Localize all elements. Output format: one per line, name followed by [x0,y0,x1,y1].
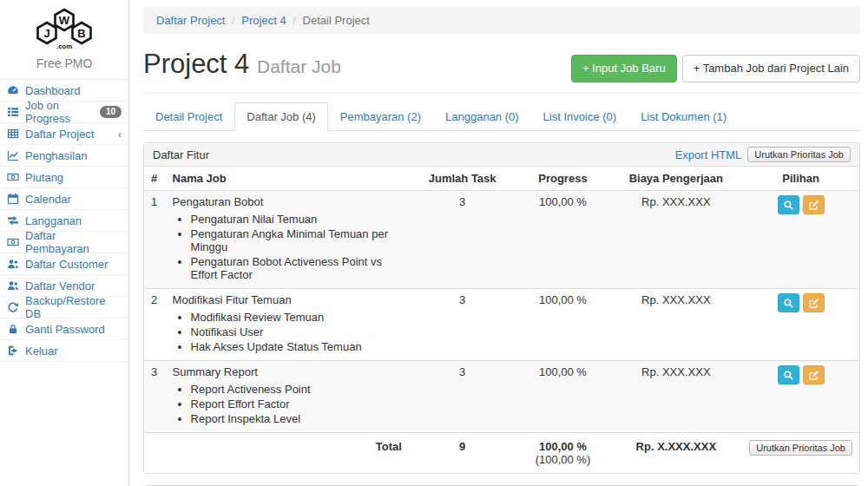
page-header: Project 4 Daftar Job + Input Job Baru + … [143,41,860,94]
pilihan-cell [742,361,859,433]
job-name: Summary Report [173,365,258,378]
sidebar-item-backup-restore-db[interactable]: Backup/Restore DB [0,297,128,319]
svg-text:W: W [59,14,70,27]
input-job-baru-button[interactable]: + Input Job Baru [571,55,677,82]
sidebar-item-ganti-password[interactable]: Ganti Password [0,319,128,340]
view-job-button[interactable] [778,195,799,214]
job-name: Modifikasi Fitur Temuan [173,293,292,306]
table-row: 2 Modifikasi Fitur Temuan Modifikasi Rev… [144,289,859,361]
tab-daftar-job[interactable]: Daftar Job (4) [234,102,327,131]
export-html-link[interactable]: Export HTML [675,148,742,161]
jumlah-task-cell: 3 [409,361,516,433]
sidebar-item-label: Backup/Restore DB [25,294,122,320]
search-icon [783,370,794,381]
breadcrumb-separator: / [293,14,296,27]
page-title: Project 4 [143,49,249,79]
main-content: Daftar Project / Project 4 / Detail Proj… [129,0,868,486]
dashboard-icon [6,84,19,96]
row-num: 1 [144,191,166,289]
app-logo[interactable]: W J B .com [0,0,128,55]
col-num: # [144,167,166,191]
pilihan-cell [742,191,859,289]
edit-icon [808,200,819,211]
total-progress: 100,00 % (100,00 %) [516,433,609,474]
col-nama-job: Nama Job [166,167,409,191]
table-row: 3 Summary Report Report Activeness Point… [144,361,859,433]
job-name-cell: Pengaturan Bobot Pengaturan Nilai Temuan… [166,191,409,289]
jwb-logo-icon: W J B .com [23,7,106,52]
sidebar-item-daftar-project[interactable]: Daftar Project ‹ [0,123,128,145]
total-options: Urutkan Prioritas Job [742,433,859,474]
sidebar-item-label: Calendar [25,193,71,206]
sidebar-item-penghasilan[interactable]: Penghasilan [0,145,128,167]
app-window: W J B .com Free PMO Dashboard Job on Pro… [0,0,868,486]
view-job-button[interactable] [778,293,799,312]
sidebar-item-label: Daftar Vendor [25,279,95,292]
job-subitem: Modifikasi Review Temuan [191,310,402,325]
sidebar-item-daftar-customer[interactable]: Daftar Customer [0,253,128,275]
job-subitem: Report Effort Factor [191,397,402,411]
calendar-icon [6,193,19,205]
sidebar-item-label: Daftar Project [25,128,94,141]
progress-cell: 100,00 % [516,289,609,361]
col-jumlah-task: Jumlah Task [409,167,516,191]
urutkan-prioritas-job-button[interactable]: Urutkan Prioritas Job [747,147,851,162]
tab-detail-project[interactable]: Detail Project [143,102,234,131]
lock-icon [6,323,19,335]
total-row: Total 9 100,00 % (100,00 %) Rp. X.XXX.XX… [144,433,859,474]
biaya-cell: Rp. XXX.XXX [609,289,742,361]
table-icon [6,128,19,140]
sidebar-item-label: Penghasilan [25,149,88,162]
total-progress-note: (100,00 %) [536,453,591,466]
total-progress-value: 100,00 % [539,440,587,453]
panel-title: Daftar Fitur [153,148,209,161]
search-icon [783,298,794,309]
job-name-cell: Modifikasi Fitur Temuan Modifikasi Revie… [166,289,409,361]
edit-job-button[interactable] [803,195,825,214]
sidebar-item-job-on-progress[interactable]: Job on Progress 10 [0,102,128,123]
edit-icon [808,370,819,381]
sidebar-item-piutang[interactable]: Piutang [0,167,128,188]
sidebar-item-daftar-pembayaran[interactable]: Daftar Pembayaran [0,232,128,253]
money-icon [6,171,19,183]
job-subitem: Pengaturan Angka Minimal Temuan per Ming… [191,227,402,254]
biaya-cell: Rp. XXX.XXX [609,191,742,289]
page-subtitle: Daftar Job [257,56,341,76]
job-name: Pengaturan Bobot [173,195,264,208]
tab-list-dokumen[interactable]: List Dokumen (1) [628,102,739,131]
biaya-cell: Rp. XXX.XXX [609,361,742,433]
breadcrumb: Daftar Project / Project 4 / Detail Proj… [143,7,860,34]
job-subitems: Report Activeness Point Report Effort Fa… [173,382,402,426]
col-pilihan: Pilihan [742,167,859,191]
tab-list-invoice[interactable]: List Invoice (0) [531,102,629,131]
view-job-button[interactable] [778,365,799,384]
money-icon [6,236,19,248]
jumlah-task-cell: 3 [409,289,516,361]
header-actions: + Input Job Baru + Tambah Job dari Proje… [571,55,860,82]
sidebar-item-label: Keluar [25,345,58,358]
tab-pembayaran[interactable]: Pembayaran (2) [328,102,433,131]
edit-job-button[interactable] [803,293,825,312]
svg-text:B: B [77,27,85,40]
job-subitem: Hak Akses Update Status Temuan [191,339,402,354]
total-label: Total [144,433,409,474]
sidebar-item-keluar[interactable]: Keluar [0,340,128,362]
sidebar-item-label: Daftar Customer [25,258,108,271]
sidebar-item-calendar[interactable]: Calendar [0,188,128,210]
users-icon [6,258,19,270]
search-icon [783,200,794,211]
line-chart-icon [6,149,19,161]
col-progress: Progress [516,167,609,191]
total-tasks: 9 [409,433,516,474]
edit-job-button[interactable] [803,365,825,384]
tasks-icon [6,106,19,118]
tab-langganan[interactable]: Langganan (0) [433,102,531,131]
sidebar-item-label: Dashboard [25,84,81,97]
tambah-job-dari-project-lain-button[interactable]: + Tambah Job dari Project Lain [682,55,860,82]
job-subitem: Pengaturan Nilai Temuan [191,212,402,227]
col-biaya-pengerjaan: Biaya Pengerjaan [609,167,742,191]
breadcrumb-project-4[interactable]: Project 4 [241,14,286,27]
breadcrumb-daftar-project[interactable]: Daftar Project [156,14,225,27]
urutkan-prioritas-job-button[interactable]: Urutkan Prioritas Job [749,440,852,456]
project-tabs: Detail Project Daftar Job (4) Pembayaran… [143,102,860,131]
